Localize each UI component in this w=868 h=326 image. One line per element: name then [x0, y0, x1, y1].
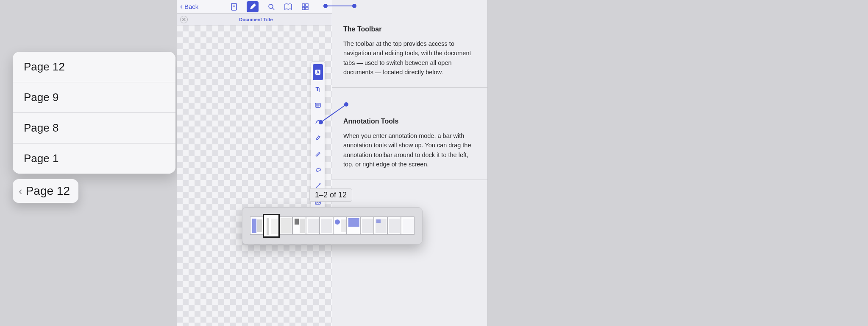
page-thumbnail[interactable] — [360, 216, 374, 235]
svg-rect-0 — [231, 3, 236, 10]
page-thumbnail[interactable] — [401, 216, 415, 235]
document-reader: ‹ Back ✕ Document Title — [177, 0, 488, 326]
note-tool-icon[interactable] — [311, 97, 325, 113]
page-thumbnail[interactable] — [333, 216, 347, 235]
svg-point-17 — [320, 183, 321, 185]
toolbar: ‹ Back — [177, 0, 332, 14]
history-item[interactable]: Page 12 — [13, 52, 175, 82]
svg-text:A: A — [316, 70, 319, 75]
svg-rect-7 — [302, 7, 305, 10]
page-thumbnail[interactable] — [374, 216, 387, 235]
breadcrumb[interactable]: ‹ Page 12 — [13, 179, 78, 203]
breadcrumb-label: Page 12 — [26, 184, 70, 198]
section-heading: The Toolbar — [343, 25, 476, 33]
page-thumbnail[interactable] — [250, 216, 264, 235]
ink-tool-icon[interactable] — [311, 113, 325, 129]
svg-line-16 — [316, 184, 320, 188]
thumbnail-strip — [250, 216, 415, 235]
document-tab-title[interactable]: Document Title — [191, 17, 321, 22]
eraser-tool-icon[interactable] — [311, 162, 325, 178]
document-page-right: The Toolbar The toolbar at the top provi… — [332, 0, 488, 326]
document-canvas[interactable]: A T| — [177, 25, 332, 326]
chevron-left-icon: ‹ — [19, 185, 22, 198]
outline-icon[interactable] — [230, 3, 238, 11]
svg-point-3 — [269, 4, 273, 8]
back-label: Back — [184, 3, 198, 10]
marker-tool-icon[interactable] — [311, 129, 325, 146]
pen-tool-icon[interactable] — [311, 146, 325, 162]
history-item[interactable]: Page 1 — [13, 143, 175, 174]
svg-rect-8 — [306, 7, 308, 10]
text-tool-icon[interactable]: T| — [311, 81, 325, 97]
page-thumbnail-current[interactable] — [263, 214, 280, 238]
back-button[interactable]: ‹ Back — [180, 2, 198, 11]
page-thumbnail[interactable] — [292, 216, 306, 235]
page-thumbnail[interactable] — [279, 216, 292, 235]
page-indicator: 1–2 of 12 — [309, 188, 352, 202]
reader-icon[interactable] — [284, 3, 292, 11]
history-item[interactable]: Page 9 — [13, 82, 175, 113]
page-thumbnail[interactable] — [320, 216, 333, 235]
highlight-tool-icon[interactable]: A — [313, 64, 323, 80]
svg-rect-6 — [306, 4, 308, 6]
svg-rect-15 — [316, 168, 320, 171]
close-tab-button[interactable]: ✕ — [180, 16, 188, 23]
section-body: When you enter annotation mode, a bar wi… — [343, 131, 476, 169]
search-icon[interactable] — [267, 3, 275, 11]
document-page-left: ✕ Document Title A T| — [177, 0, 332, 326]
content-section-toolbar: The Toolbar The toolbar at the top provi… — [332, 0, 487, 88]
page-thumbnail[interactable] — [387, 216, 401, 235]
thumbnail-scrubber[interactable] — [242, 207, 423, 244]
svg-line-4 — [273, 8, 274, 10]
section-heading: Annotation Tools — [343, 118, 476, 125]
history-item[interactable]: Page 8 — [13, 113, 175, 143]
document-tabs: ✕ Document Title — [177, 14, 332, 25]
page-thumbnail[interactable] — [347, 216, 360, 235]
svg-rect-5 — [302, 4, 305, 6]
page-history-popover: Page 12 Page 9 Page 8 Page 1 — [13, 52, 175, 174]
chevron-left-icon: ‹ — [180, 2, 183, 11]
annotate-icon[interactable] — [247, 1, 259, 12]
section-body: The toolbar at the top provides access t… — [343, 39, 476, 77]
content-section-annotation: Annotation Tools When you enter annotati… — [332, 88, 487, 180]
grid-icon[interactable] — [301, 3, 309, 11]
page-thumbnail[interactable] — [306, 216, 320, 235]
